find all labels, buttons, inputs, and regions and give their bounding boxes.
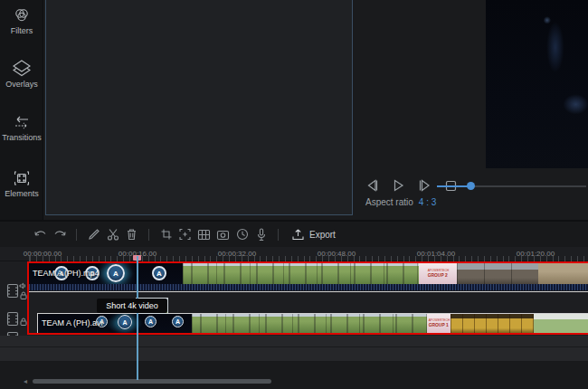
lock-toggle-icon[interactable] — [20, 291, 27, 299]
clip-team-a-avi[interactable]: APOWERTECH GROUP 1 A A A A TEAM A (PH).a… — [38, 314, 588, 333]
logo-badge: A — [172, 316, 184, 327]
mosaic-button[interactable] — [194, 224, 213, 244]
elements-icon — [13, 170, 31, 186]
redo-button[interactable] — [50, 224, 69, 244]
playhead-line[interactable] — [137, 256, 138, 380]
aspect-ratio-row: Aspect ratio4 : 3 — [365, 197, 436, 207]
export-label: Export — [309, 230, 336, 240]
toolbar-separator — [278, 229, 279, 241]
slide-group-text: GROUP 1 — [429, 324, 449, 327]
timeline-empty-area — [0, 362, 588, 389]
logo-badge: A — [118, 315, 132, 329]
delete-button[interactable] — [122, 224, 141, 244]
slide-brand-text: APOWERTECH — [427, 270, 449, 272]
microphone-button[interactable] — [251, 224, 270, 244]
export-button[interactable]: Export — [291, 228, 336, 241]
sidebar-item-elements[interactable]: Elements — [0, 170, 43, 198]
sidebar-item-transitions[interactable]: Transitions — [0, 116, 43, 142]
aspect-ratio-label: Aspect ratio — [365, 197, 413, 207]
clip-pano-segment — [538, 263, 588, 284]
previous-frame-button[interactable] — [364, 177, 380, 194]
sidebar-item-label: Filters — [0, 26, 43, 35]
overlays-icon — [13, 60, 31, 77]
scroll-left-arrow[interactable]: ◂ — [24, 378, 27, 385]
filters-icon — [13, 7, 31, 24]
timeline-ruler[interactable]: 00:00:00.0000:00:16.0000:00:32.0000:00:4… — [0, 247, 588, 261]
sidebar: Filters Overlays Transitions — [0, 0, 43, 220]
slider-fill — [437, 185, 470, 187]
sidebar-item-filters[interactable]: Filters — [0, 7, 43, 35]
video-editor-window: Filters Overlays Transitions — [0, 0, 588, 389]
toolbar-separator — [148, 229, 149, 241]
toolbar: Export — [0, 222, 588, 247]
play-button[interactable] — [390, 177, 406, 194]
duration-button[interactable] — [232, 224, 251, 244]
clip-filename: TEAM A (PH).avi — [42, 318, 103, 327]
mute-toggle-icon[interactable] — [19, 282, 27, 289]
clip-dance-segment — [450, 314, 534, 333]
zoom-button[interactable] — [175, 224, 194, 244]
clip-field-segment — [192, 314, 427, 333]
logo-badge: A — [152, 266, 166, 280]
slider-handle[interactable] — [467, 182, 475, 190]
clip-building-segment — [457, 263, 538, 284]
preview-video[interactable] — [486, 0, 588, 168]
logo-badge: A — [145, 316, 156, 327]
clip-field-segment — [534, 314, 588, 333]
drag-tooltip: Short 4k video — [97, 299, 167, 313]
clip-field-segment — [183, 263, 419, 284]
clip-title-slide: APOWERTECH GROUP 1 — [427, 314, 450, 333]
sidebar-item-overlays[interactable]: Overlays — [0, 60, 43, 89]
music-track-lane[interactable] — [0, 347, 588, 362]
preview-seek-slider[interactable] — [437, 182, 586, 191]
sidebar-item-label: Transitions — [0, 133, 43, 142]
sidebar-item-label: Elements — [0, 189, 43, 198]
transitions-icon — [13, 116, 31, 130]
sidebar-item-label: Overlays — [0, 80, 43, 89]
timeline-scrollbar[interactable] — [33, 379, 271, 384]
next-frame-button[interactable] — [416, 177, 432, 194]
clip-team-a-mp4[interactable]: APOWERTECH GROUP 2 A A A A TEAM A (PH).m… — [29, 263, 588, 291]
export-icon — [291, 228, 305, 241]
toolbar-separator — [76, 229, 77, 241]
text-track-lane[interactable] — [0, 336, 588, 347]
ruler-ticks — [27, 256, 588, 261]
slide-group-text: GROUP 2 — [428, 274, 448, 278]
clip-thumbnails: APOWERTECH GROUP 2 A A A A — [29, 263, 588, 284]
audio-waveform — [29, 284, 588, 290]
media-panel[interactable] — [45, 0, 353, 215]
lock-toggle-icon[interactable] — [20, 318, 27, 326]
aspect-ratio-value[interactable]: 4 : 3 — [419, 197, 436, 207]
screenshot-button[interactable] — [213, 224, 232, 244]
crop-button[interactable] — [156, 224, 175, 244]
video-track-icon — [6, 283, 19, 299]
slide-brand-text: APOWERTECH — [428, 319, 450, 322]
logo-badge: A — [107, 264, 125, 282]
video-track-icon — [6, 311, 19, 327]
split-button[interactable] — [103, 224, 122, 244]
clip-title-slide: APOWERTECH GROUP 2 — [419, 263, 457, 284]
edit-button[interactable] — [84, 224, 103, 244]
clip-thumbnails: APOWERTECH GROUP 1 A A A A — [38, 314, 588, 333]
clip-filename: TEAM A (PH).mp4 — [33, 269, 100, 278]
timeline: 00:00:00.0000:00:16.0000:00:32.0000:00:4… — [0, 247, 588, 389]
undo-button[interactable] — [31, 224, 50, 244]
